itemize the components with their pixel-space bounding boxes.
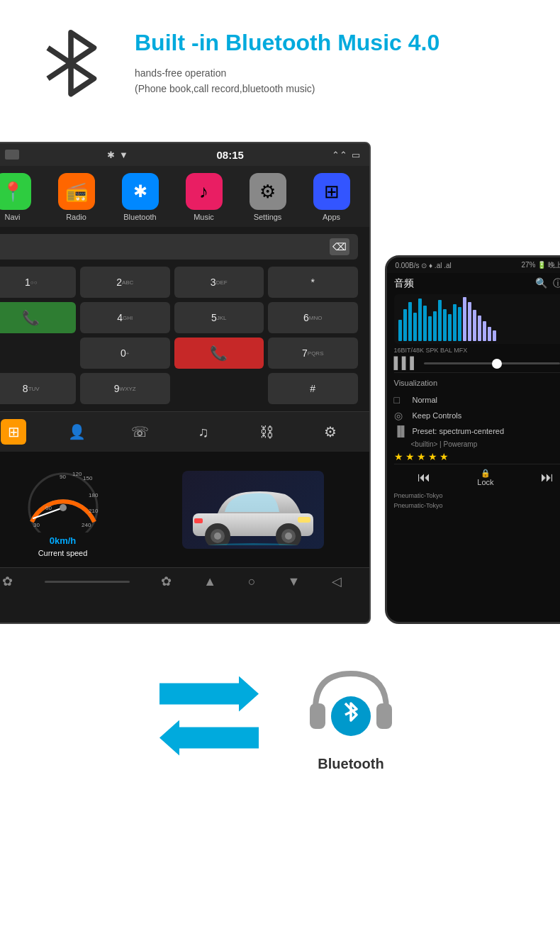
dial-input[interactable]: ⌫ xyxy=(0,234,358,260)
radio-icon: 📻 xyxy=(58,173,95,210)
viz-option-normal: □ Normal xyxy=(394,392,561,408)
key-0[interactable]: 0+ xyxy=(80,338,170,369)
speedometer: 30 60 90 120 150 180 210 240 0km/h Curre… xyxy=(21,462,106,557)
key-9[interactable]: 9WXYZ xyxy=(80,373,170,404)
viz-option-preset: ▐▌ Preset: spectrum-centered xyxy=(394,423,561,439)
preamp-slider[interactable] xyxy=(424,362,560,364)
dashboard: 30 60 90 120 150 180 210 240 0km/h Curre… xyxy=(0,452,369,567)
eq-bar-2 xyxy=(403,309,407,341)
apps-label: Apps xyxy=(323,213,340,221)
phone-data-speed: 0.00B/s ⊙ ♦ .al .al xyxy=(396,262,452,269)
nav-home[interactable]: ⊞ xyxy=(1,419,26,445)
svg-text:150: 150 xyxy=(83,475,93,481)
bluetooth-headphone-area: Bluetooth xyxy=(301,659,401,772)
eq-controls: ▌▌▌ 📷 xyxy=(394,357,561,369)
dialpad-section: ⌫ 1○○ 2ABC 3DEF * 📞 4GHI 5JKL 6MNO 0+ 📞 … xyxy=(0,227,369,411)
key-2[interactable]: 2ABC xyxy=(80,267,170,298)
music-icon: ♪ xyxy=(186,173,223,210)
lock-button[interactable]: 🔒 Lock xyxy=(477,469,493,486)
viz-sub-label: <builtin> | Poweramp xyxy=(394,439,561,450)
nav-link[interactable]: ⛓ xyxy=(254,419,279,445)
eq-bars-icon[interactable]: ▌▌▌ xyxy=(394,357,418,369)
ac-circle-icon[interactable]: ○ xyxy=(248,574,256,589)
eq-visual xyxy=(394,294,561,344)
key-1[interactable]: 1○○ xyxy=(0,267,76,298)
key-5[interactable]: 5JKL xyxy=(174,302,264,333)
next-button[interactable]: ⏭ xyxy=(541,470,554,485)
phone-app-title: 音频 xyxy=(394,277,414,290)
end-call-button[interactable]: 📞 xyxy=(174,338,264,369)
nav-contacts[interactable]: 👤 xyxy=(64,419,89,445)
key-6[interactable]: 6MNO xyxy=(268,302,358,333)
key-star[interactable]: * xyxy=(268,267,358,298)
key-7[interactable]: 7PQRS xyxy=(268,338,358,369)
speedometer-gauge: 30 60 90 120 150 180 210 240 xyxy=(21,462,106,533)
status-left: ◀ xyxy=(0,147,19,162)
status-icons: ✱ ▼ xyxy=(107,150,128,160)
svg-rect-22 xyxy=(376,703,392,729)
phone-status-bar: 0.00B/s ⊙ ♦ .al .al 27% 🔋 晚上8:33 xyxy=(387,257,561,273)
eq-label: 16BIT/48K SPK BAL MFX xyxy=(394,347,561,354)
app-bluetooth[interactable]: ✱ Bluetooth xyxy=(116,173,165,221)
app-icons-row: 📍 Navi 📻 Radio ✱ Bluetooth ♪ Music ⚙ Set… xyxy=(0,166,369,227)
eq-bar-8 xyxy=(433,311,437,341)
fan-right-icon[interactable]: ✿ xyxy=(161,574,172,589)
viz-option-keepcontrols: ◎ Keep Controls xyxy=(394,408,561,423)
eq-bar-16 xyxy=(473,310,476,341)
ac-down-arrow[interactable]: ▼ xyxy=(288,574,301,589)
eq-bar-5 xyxy=(418,299,422,341)
viz-normal-icon: □ xyxy=(394,394,408,406)
key-4[interactable]: 4GHI xyxy=(80,302,170,333)
svg-text:120: 120 xyxy=(72,471,82,477)
song-info-1: Pneumatic-Tokyo xyxy=(394,491,561,501)
bluetooth-status-icon: ✱ xyxy=(107,150,115,160)
car-screen: ◀ ✱ ▼ 08:15 ⌃⌃ ▭ 📍 Navi 📻 Radio xyxy=(0,142,371,624)
app-music[interactable]: ♪ Music xyxy=(179,173,229,221)
car-image xyxy=(182,471,324,549)
call-button[interactable]: 📞 xyxy=(0,302,76,333)
stars-rating: ★ ★ ★ ★ ★ xyxy=(394,450,561,464)
status-bar: ◀ ✱ ▼ 08:15 ⌃⌃ ▭ xyxy=(0,143,369,166)
app-apps[interactable]: ⊞ Apps xyxy=(307,173,357,221)
star-5: ★ xyxy=(439,451,449,462)
eq-bar-20 xyxy=(493,330,496,341)
nav-settings[interactable]: ⚙ xyxy=(318,419,343,445)
key-8[interactable]: 8TUV xyxy=(0,373,76,404)
fan-left-icon[interactable]: ✿ xyxy=(2,574,13,589)
expand-icon: ⌃⌃ xyxy=(332,150,347,160)
lock-icon: 🔒 xyxy=(481,469,491,478)
svg-rect-19 xyxy=(194,518,203,523)
svg-point-10 xyxy=(60,504,67,511)
key-hash[interactable]: # xyxy=(268,373,358,404)
svg-text:210: 210 xyxy=(89,508,99,514)
ac-slider-left[interactable] xyxy=(45,581,130,583)
eq-bar-18 xyxy=(483,321,486,341)
info-icon[interactable]: ⓘ xyxy=(553,277,561,290)
ac-back-icon[interactable]: ◁ xyxy=(332,574,342,589)
delete-button[interactable]: ⌫ xyxy=(330,238,349,255)
app-navi[interactable]: 📍 Navi xyxy=(0,173,38,221)
svg-text:180: 180 xyxy=(89,492,99,498)
nav-music[interactable]: ♫ xyxy=(191,419,216,445)
star-4: ★ xyxy=(428,451,437,462)
radio-label: Radio xyxy=(66,213,86,221)
search-icon[interactable]: 🔍 xyxy=(535,277,547,290)
star-2: ★ xyxy=(405,451,415,462)
svg-text:240: 240 xyxy=(82,522,91,528)
music-label: Music xyxy=(194,213,214,221)
top-text: Built -in Bluetooth Music 4.0 hands-free… xyxy=(135,21,532,96)
bottom-section: Bluetooth xyxy=(0,638,560,793)
eq-bar-4 xyxy=(413,313,417,341)
preamp-track xyxy=(424,362,560,364)
phone-battery: 27% 🔋 晚上8:33 xyxy=(521,260,560,270)
bluetooth-app-icon: ✱ xyxy=(122,173,159,210)
eq-bar-1 xyxy=(398,320,402,341)
nav-phone[interactable]: ☏ xyxy=(128,419,153,445)
ac-up-arrow[interactable]: ▲ xyxy=(203,574,216,589)
phone-title-row: 音频 🔍 ⓘ ⚙ xyxy=(394,277,561,290)
app-settings[interactable]: ⚙ Settings xyxy=(243,173,293,221)
app-radio[interactable]: 📻 Radio xyxy=(52,173,101,221)
svg-point-14 xyxy=(214,533,221,540)
key-3[interactable]: 3DEF xyxy=(174,267,264,298)
prev-button[interactable]: ⏮ xyxy=(418,470,430,485)
